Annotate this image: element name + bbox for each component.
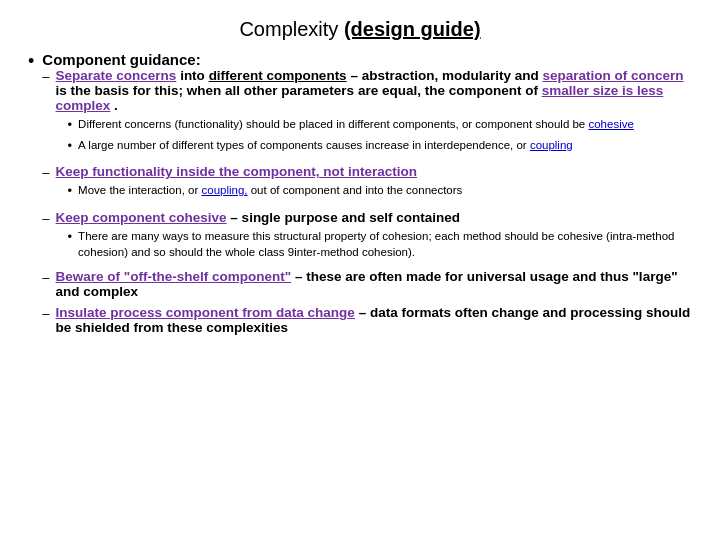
- item-2-content: Keep functionality inside the component,…: [56, 164, 692, 203]
- title-underline: (design guide): [344, 18, 481, 40]
- list-item: – Keep component cohesive – single purpo…: [42, 210, 692, 263]
- list-item: • A large number of different types of c…: [68, 137, 692, 155]
- component-guidance-label: Component guidance:: [42, 51, 200, 68]
- title-plain: Complexity: [239, 18, 343, 40]
- beware-link: Beware of "off-the-shelf component": [56, 269, 292, 284]
- item-1-content: Separate concerns into different compone…: [56, 68, 692, 158]
- insulate-link: Insulate process component from data cha…: [56, 305, 355, 320]
- item-2-sub-list: • Move the interaction, or coupling, out…: [56, 182, 692, 200]
- dash-symbol: –: [42, 164, 49, 182]
- coupling-link-1: coupling: [530, 139, 573, 151]
- list-item: – Insulate process component from data c…: [42, 305, 692, 335]
- item-1-sub-list: • Different concerns (functionality) sho…: [56, 116, 692, 155]
- list-item: • Move the interaction, or coupling, out…: [68, 182, 692, 200]
- dash-symbol: –: [42, 305, 49, 323]
- list-item: • There are many ways to measure this st…: [68, 228, 692, 260]
- list-item: • Different concerns (functionality) sho…: [68, 116, 692, 134]
- list-item: – Separate concerns into different compo…: [42, 68, 692, 158]
- item-3-content: Keep component cohesive – single purpose…: [56, 210, 692, 263]
- keep-functionality-link: Keep functionality inside the component,…: [56, 164, 418, 179]
- dash-symbol: –: [42, 269, 49, 287]
- coupling-link-2: coupling,: [201, 184, 247, 196]
- component-guidance-section: • Component guidance: – Separate concern…: [28, 51, 692, 341]
- dash-symbol: –: [42, 68, 49, 86]
- item-4-content: Beware of "off-the-shelf component" – th…: [56, 269, 692, 299]
- item-3-sub-list: • There are many ways to measure this st…: [56, 228, 692, 260]
- separate-concerns-link: Separate concerns: [56, 68, 177, 83]
- bullet-symbol: •: [28, 51, 34, 73]
- item-5-content: Insulate process component from data cha…: [56, 305, 692, 335]
- list-item: – Keep functionality inside the componen…: [42, 164, 692, 203]
- page-title: Complexity (design guide): [28, 18, 692, 41]
- sub-list: – Separate concerns into different compo…: [42, 68, 692, 335]
- separation-of-concern-link: separation of concern: [542, 68, 683, 83]
- list-item: – Beware of "off-the-shelf component" – …: [42, 269, 692, 299]
- cohesive-link: cohesive: [588, 118, 633, 130]
- dash-symbol: –: [42, 210, 49, 228]
- keep-component-cohesive-link: Keep component cohesive: [56, 210, 227, 225]
